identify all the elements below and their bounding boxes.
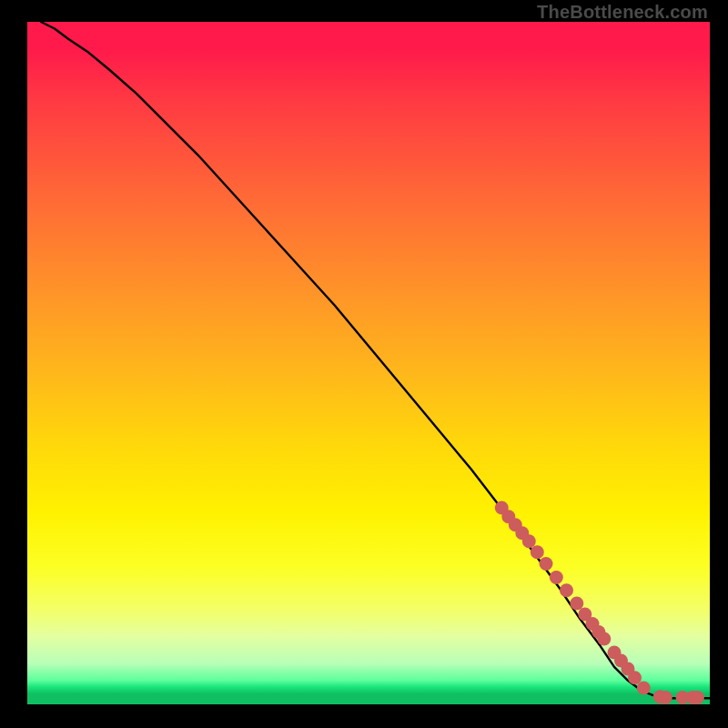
chart-root: TheBottleneck.com <box>0 0 728 728</box>
data-marker <box>550 571 563 584</box>
data-marker <box>522 534 536 548</box>
data-marker <box>691 691 704 704</box>
plot-area <box>27 22 710 704</box>
data-marker <box>570 597 583 611</box>
data-marker <box>637 682 651 695</box>
data-marker <box>531 545 544 559</box>
plot-overlay <box>27 22 710 704</box>
marker-group <box>495 501 704 705</box>
bottleneck-curve <box>41 22 710 698</box>
data-marker <box>597 632 611 646</box>
watermark-text: TheBottleneck.com <box>537 2 708 23</box>
data-marker <box>659 691 672 704</box>
data-marker <box>560 583 573 597</box>
data-marker <box>540 557 553 571</box>
